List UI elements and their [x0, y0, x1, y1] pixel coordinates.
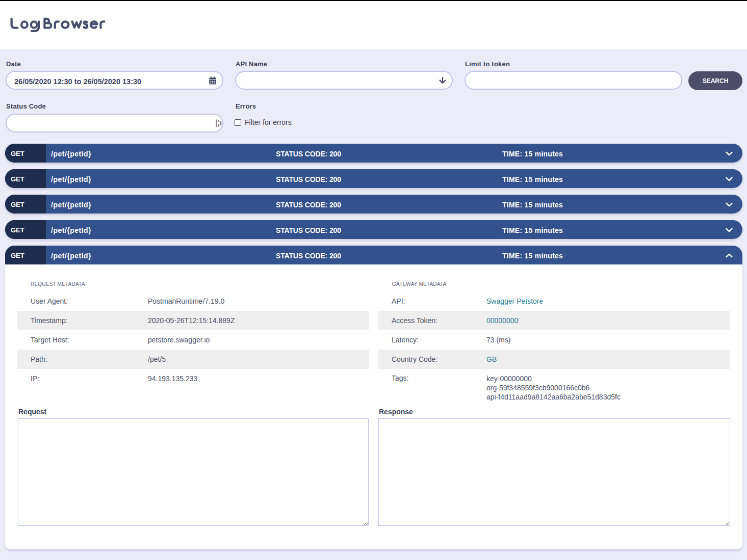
log-row-4[interactable]: GET/pet/{petId}STATUS CODE: 200TIME: 15 …	[5, 220, 742, 239]
response-label: Response	[379, 408, 413, 416]
row-path: /pet/{petId}	[51, 226, 276, 234]
row-path: /pet/{petId}	[51, 175, 276, 183]
metadata-link[interactable]: GB	[486, 355, 497, 363]
metadata-row: Access Token:00000000	[378, 311, 730, 330]
page-header: Log Browser	[0, 1, 747, 49]
metadata-label: User Agent:	[31, 297, 148, 305]
metadata-label: Timestamp:	[31, 316, 148, 325]
method-badge: GET	[5, 169, 46, 188]
date-input[interactable]	[6, 71, 223, 90]
row-time: TIME: 15 minutes	[502, 252, 726, 260]
api-name-label: API Name	[236, 60, 267, 68]
log-row-5[interactable]: GET/pet/{petId}STATUS CODE: 200TIME: 15 …	[5, 246, 742, 264]
request-metadata-heading: REQUEST METADATA	[31, 281, 85, 287]
metadata-row: Path:/pet/5	[17, 350, 369, 369]
row-status: STATUS CODE: 200	[276, 226, 502, 234]
metadata-label: Access Token:	[392, 316, 486, 325]
row-time: TIME: 15 minutes	[502, 201, 726, 209]
method-badge: GET	[5, 220, 46, 239]
metadata-label: API:	[392, 297, 486, 305]
row-path: /pet/{petId}	[51, 252, 276, 260]
metadata-value: 94.193.135.233	[148, 375, 197, 383]
metadata-value: key-00000000org-59f348559f3cb9000166c0b6…	[486, 374, 621, 402]
metadata-label: Country Code:	[392, 355, 486, 363]
filter-for-errors-row[interactable]: Filter for errors	[235, 118, 292, 126]
log-browser-page: { "header": { "title": "Log Browser" }, …	[0, 0, 747, 560]
metadata-value: 73 (ms)	[486, 336, 510, 344]
chevron-up-icon[interactable]	[726, 253, 733, 258]
metadata-row: API:Swagger Petstore	[378, 291, 730, 311]
metadata-label: Tags:	[392, 374, 486, 382]
row-time: TIME: 15 minutes	[502, 150, 726, 158]
gateway-metadata-heading: GATEWAY METADATA	[392, 281, 446, 287]
errors-checkbox-label: Filter for errors	[245, 118, 292, 126]
metadata-row: Target Host:petstore.swagger.io	[17, 330, 369, 350]
api-name-select[interactable]	[235, 71, 453, 90]
log-detail-panel: REQUEST METADATA User Agent:PostmanRunti…	[5, 264, 742, 549]
page-title-graphic	[0, 13, 133, 36]
metadata-link[interactable]: Swagger Petstore	[486, 297, 543, 305]
search-button[interactable]: SEARCH	[688, 71, 742, 90]
date-label: Date	[6, 60, 21, 68]
metadata-row: User Agent:PostmanRuntime/7.19.0	[17, 291, 369, 311]
metadata-row: Latency:73 (ms)	[378, 330, 730, 350]
metadata-row: Timestamp:2020-05-26T12:15:14.889Z	[17, 311, 369, 330]
metadata-row: Country Code:GB	[378, 350, 730, 369]
request-textarea[interactable]	[18, 418, 369, 526]
metadata-label: Latency:	[392, 336, 486, 344]
metadata-label: IP:	[31, 375, 148, 383]
row-status: STATUS CODE: 200	[276, 201, 502, 209]
chevron-down-icon[interactable]	[726, 202, 733, 207]
status-code-input[interactable]	[6, 114, 223, 132]
metadata-link[interactable]: 00000000	[486, 316, 518, 325]
row-path: /pet/{petId}	[51, 150, 276, 158]
row-status: STATUS CODE: 200	[276, 252, 502, 260]
metadata-value: PostmanRuntime/7.19.0	[148, 297, 224, 305]
limit-to-token-input[interactable]	[465, 71, 682, 90]
gateway-metadata-table: API:Swagger PetstoreAccess Token:0000000…	[378, 291, 730, 408]
response-textarea-wrap	[378, 418, 730, 526]
chevron-down-icon[interactable]	[726, 151, 733, 156]
log-row-2[interactable]: GET/pet/{petId}STATUS CODE: 200TIME: 15 …	[5, 169, 742, 188]
row-status: STATUS CODE: 200	[276, 175, 502, 183]
metadata-row: Tags:key-00000000org-59f348559f3cb900016…	[378, 369, 730, 408]
request-textarea-wrap	[18, 418, 369, 526]
metadata-label: Target Host:	[31, 336, 148, 344]
method-badge: GET	[5, 195, 46, 214]
row-time: TIME: 15 minutes	[502, 175, 726, 183]
metadata-value: /pet/5	[148, 355, 166, 363]
chevron-down-icon[interactable]	[726, 177, 733, 181]
chevron-down-icon[interactable]	[726, 228, 733, 232]
response-textarea[interactable]	[378, 418, 730, 526]
status-code-label: Status Code	[6, 102, 46, 110]
errors-checkbox[interactable]	[235, 119, 241, 126]
metadata-row: IP:94.193.135.233	[17, 369, 369, 388]
row-path: /pet/{petId}	[51, 201, 276, 209]
log-row-3[interactable]: GET/pet/{petId}STATUS CODE: 200TIME: 15 …	[5, 195, 742, 214]
metadata-label: Path:	[31, 355, 148, 363]
row-time: TIME: 15 minutes	[502, 226, 726, 234]
metadata-value: 2020-05-26T12:15:14.889Z	[148, 316, 235, 325]
method-badge: GET	[5, 144, 46, 163]
errors-label: Errors	[236, 102, 256, 110]
request-label: Request	[18, 408, 46, 416]
method-badge: GET	[5, 246, 46, 264]
metadata-value: petstore.swagger.io	[148, 336, 210, 344]
log-row-1[interactable]: GET/pet/{petId}STATUS CODE: 200TIME: 15 …	[5, 144, 742, 163]
limit-to-token-label: Limit to token	[465, 60, 510, 68]
row-status: STATUS CODE: 200	[276, 150, 502, 158]
request-metadata-table: User Agent:PostmanRuntime/7.19.0Timestam…	[17, 291, 369, 388]
